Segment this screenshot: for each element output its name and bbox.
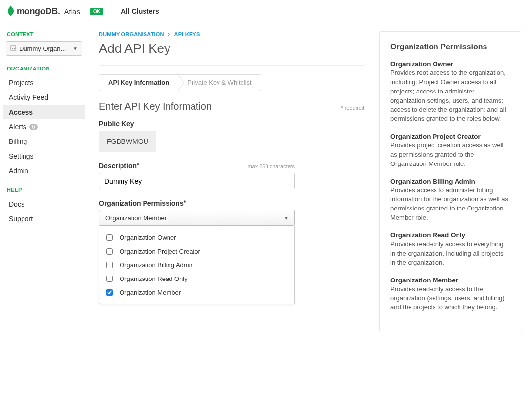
permissions-help-panel: Organization Permissions Organization Ow… [379,31,521,332]
perm-option-label: Organization Member [120,289,181,296]
count-badge: 0 [29,124,38,130]
step-api-key-info[interactable]: API Key Information [99,74,178,91]
help-section-label: HELP [3,187,85,197]
perm-help-title: Organization Owner [390,60,510,68]
perm-help-block: Organization Project CreatorProvides pro… [390,133,510,169]
status-badge: OK [90,8,103,15]
brand-logo[interactable]: mongoDB. Atlas [7,5,80,18]
sidebar-item-label: Admin [9,167,28,175]
sidebar-item-support[interactable]: Support [3,211,85,226]
perm-help-desc: Provides read-only access to the organiz… [390,285,510,313]
perm-option-label: Organization Read Only [120,275,188,282]
chevron-down-icon: ▼ [73,46,78,51]
org-perms-selected: Organization Member [105,214,284,222]
perm-option-label: Organization Owner [120,234,176,241]
perm-help-desc: Provides access to administer billing in… [390,186,510,223]
sidebar-item-activity-feed[interactable]: Activity Feed [3,90,85,105]
sidebar: CONTEXT Dummy Organ... ▼ ORGANIZATION Pr… [0,23,88,341]
context-selector[interactable]: Dummy Organ... ▼ [6,41,82,56]
permissions-help-title: Organization Permissions [390,43,510,51]
sidebar-item-admin[interactable]: Admin [3,163,85,178]
perm-help-title: Organization Project Creator [390,133,510,140]
public-key-value: FGDBWMOU [99,131,156,152]
perm-checkbox[interactable] [106,262,113,268]
perm-help-desc: Provides project creation access as well… [390,141,510,169]
org-icon [10,45,16,52]
org-section-label: ORGANIZATION [3,66,85,75]
perm-help-desc: Provides root access to the organization… [390,69,510,124]
all-clusters-link[interactable]: All Clusters [121,7,159,15]
org-perms-dropdown: Organization OwnerOrganization Project C… [99,226,295,304]
sidebar-item-access[interactable]: Access [3,105,85,119]
perm-option-organization-owner[interactable]: Organization Owner [106,231,288,244]
sidebar-item-docs[interactable]: Docs [3,197,85,211]
perm-checkbox[interactable] [106,234,113,241]
chevron-down-icon: ▼ [284,215,289,221]
required-hint: * required [341,105,364,111]
perm-help-block: Organization OwnerProvides root access t… [390,60,510,124]
breadcrumb: DUMMY ORGANISATION > API KEYS [99,31,364,37]
page-title: Add API Key [99,41,364,56]
breadcrumb-org[interactable]: DUMMY ORGANISATION [99,31,164,37]
perm-checkbox[interactable] [106,248,113,255]
main-content: DUMMY ORGANISATION > API KEYS Add API Ke… [88,23,532,341]
leaf-icon [7,5,15,18]
description-label: Description [99,162,137,170]
sidebar-item-label: Activity Feed [9,93,48,101]
perm-help-title: Organization Read Only [390,232,510,239]
perm-help-block: Organization Read OnlyProvides read-only… [390,232,510,268]
svg-rect-0 [11,46,16,50]
wizard-steps: API Key Information Private Key & Whitel… [99,74,364,91]
svg-rect-4 [14,48,15,49]
perm-help-block: Organization Billing AdminProvides acces… [390,178,510,223]
svg-rect-2 [14,47,15,47]
brand-product: Atlas [64,7,80,16]
sidebar-item-label: Settings [9,152,34,160]
perm-help-title: Organization Member [390,277,510,284]
perm-option-label: Organization Billing Admin [120,261,194,269]
perm-option-organization-project-creator[interactable]: Organization Project Creator [106,244,288,258]
public-key-label: Public Key [99,120,134,128]
perm-checkbox[interactable] [106,289,113,296]
top-bar: mongoDB. Atlas OK All Clusters [0,0,532,23]
perm-checkbox[interactable] [106,276,113,282]
sidebar-item-alerts[interactable]: Alerts0 [3,119,85,134]
breadcrumb-sep: > [168,31,171,37]
sidebar-item-billing[interactable]: Billing [3,134,85,149]
org-perms-label: Organization Permissions [99,199,184,207]
sidebar-item-settings[interactable]: Settings [3,149,85,163]
perm-help-title: Organization Billing Admin [390,178,510,185]
sidebar-item-label: Billing [9,138,27,145]
sidebar-item-label: Projects [9,79,34,87]
sidebar-item-label: Access [9,108,33,116]
context-selected: Dummy Organ... [19,45,70,52]
brand-name: mongoDB. [17,6,60,17]
perm-option-organization-billing-admin[interactable]: Organization Billing Admin [106,258,288,272]
context-label: CONTEXT [3,31,85,41]
perm-help-block: Organization MemberProvides read-only ac… [390,277,510,313]
org-perms-select[interactable]: Organization Member ▼ [99,210,295,226]
perm-option-organization-read-only[interactable]: Organization Read Only [106,272,288,285]
svg-rect-1 [12,47,13,47]
sidebar-item-projects[interactable]: Projects [3,75,85,90]
perm-help-desc: Provides read-only access to everything … [390,240,510,268]
description-hint: max 250 characters [247,163,295,169]
perm-option-organization-member[interactable]: Organization Member [106,285,288,299]
step-private-key-whitelist[interactable]: Private Key & Whitelist [178,74,261,91]
svg-rect-3 [12,48,13,49]
breadcrumb-page[interactable]: API KEYS [174,31,200,37]
description-input[interactable] [99,173,295,189]
sidebar-item-label: Alerts [9,123,26,131]
section-title: Enter API Key Information [99,101,212,112]
perm-option-label: Organization Project Creator [120,248,200,255]
